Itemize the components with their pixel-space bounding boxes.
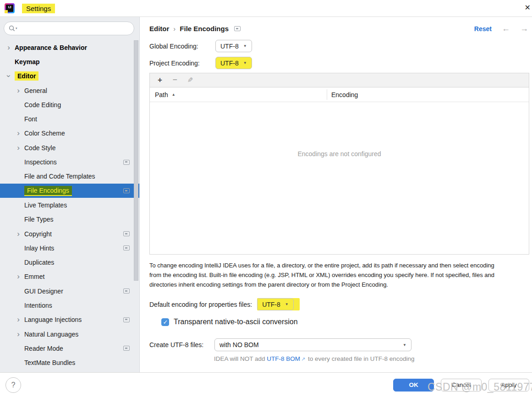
sidebar-item-label: Code Style: [24, 144, 55, 152]
title-bar: Settings ✕: [0, 0, 532, 17]
empty-table-message: Encodings are not configured: [150, 150, 529, 158]
default-properties-encoding-value: UTF-8: [262, 301, 280, 308]
sidebar-item-textmate-bundles[interactable]: TextMate Bundles: [0, 356, 139, 370]
sidebar-item-inlay-hints[interactable]: Inlay Hints: [0, 241, 139, 255]
sidebar-item-label: TextMate Bundles: [24, 359, 75, 366]
sidebar-item-code-editing[interactable]: Code Editing: [0, 98, 139, 112]
sidebar-item-editor[interactable]: ›Editor: [0, 69, 139, 83]
back-arrow-icon[interactable]: ←: [502, 24, 510, 33]
search-icon: ▾: [9, 25, 17, 32]
cancel-button[interactable]: Cancel: [441, 379, 482, 392]
sidebar-item-live-templates[interactable]: Live Templates: [0, 198, 139, 212]
search-box[interactable]: ▾: [4, 22, 134, 35]
project-encoding-dropdown[interactable]: UTF-8 ▼: [215, 57, 252, 69]
column-header-encoding[interactable]: Encoding: [331, 91, 358, 98]
file-encodings-panel: Editor › File Encodings Reset ← → Global…: [140, 17, 532, 372]
chevron-right-icon[interactable]: ›: [5, 44, 12, 51]
sidebar-item-label: GUI Designer: [24, 288, 63, 295]
chevron-down-icon: ▼: [243, 61, 247, 65]
settings-sidebar: ▾ ›Appearance & BehaviorKeymap›Editor›Ge…: [0, 17, 140, 372]
chevron-down-icon: ▼: [403, 343, 406, 347]
sidebar-item-color-scheme[interactable]: ›Color Scheme: [0, 126, 139, 141]
chevron-right-icon[interactable]: ›: [15, 331, 22, 337]
sidebar-item-natural-languages[interactable]: ›Natural Languages: [0, 327, 139, 341]
sidebar-item-emmet[interactable]: ›Emmet: [0, 270, 139, 284]
sidebar-item-intentions[interactable]: Intentions: [0, 298, 139, 312]
table-header: Path ▲ Encoding: [150, 87, 529, 102]
sidebar-item-label: File Types: [24, 216, 54, 223]
chevron-right-icon[interactable]: ›: [15, 273, 22, 280]
utf8-bom-link[interactable]: UTF-8 BOM: [267, 355, 300, 362]
create-utf8-files-label: Create UTF-8 files:: [149, 341, 214, 348]
modified-settings-icon: [234, 26, 241, 31]
window-title: Settings: [22, 4, 55, 13]
search-input[interactable]: [17, 23, 134, 34]
sidebar-item-label: Live Templates: [24, 201, 67, 209]
sidebar-item-general[interactable]: ›General: [0, 83, 139, 98]
global-encoding-label: Global Encoding:: [149, 43, 215, 50]
chevron-right-icon[interactable]: ›: [15, 87, 22, 94]
sidebar-item-keymap[interactable]: Keymap: [0, 54, 139, 69]
column-header-path[interactable]: Path ▲: [150, 91, 176, 98]
sidebar-item-label: Copyright: [24, 230, 52, 238]
sidebar-item-language-injections[interactable]: ›Language Injections: [0, 313, 139, 327]
transparent-conversion-label: Transparent native-to-ascii conversion: [174, 318, 298, 326]
sidebar-item-label: Duplicates: [24, 259, 54, 266]
sidebar-item-label: File Encodings: [24, 186, 72, 196]
sidebar-item-label: Natural Languages: [24, 331, 78, 338]
sidebar-item-label: Intentions: [24, 302, 52, 309]
sidebar-item-label: Font: [24, 115, 37, 123]
breadcrumb-editor[interactable]: Editor: [149, 25, 169, 33]
sidebar-scrollbar[interactable]: [134, 40, 138, 281]
chevron-right-icon[interactable]: ›: [15, 130, 22, 136]
global-encoding-dropdown[interactable]: UTF-8 ▼: [215, 40, 252, 52]
chevron-right-icon[interactable]: ›: [15, 231, 22, 237]
sidebar-item-file-and-code-templates[interactable]: File and Code Templates: [0, 169, 139, 184]
forward-arrow-icon[interactable]: →: [520, 24, 528, 33]
sidebar-item-file-types[interactable]: File Types: [0, 212, 139, 227]
sidebar-item-inspections[interactable]: Inspections: [0, 155, 139, 169]
remove-icon[interactable]: −: [170, 76, 180, 85]
sidebar-item-label: General: [24, 87, 47, 94]
default-properties-encoding-dropdown[interactable]: UTF-8 ▼: [257, 298, 294, 310]
sidebar-item-label: Language Injections: [24, 316, 82, 323]
project-encoding-value: UTF-8: [220, 60, 239, 67]
sidebar-item-label: Editor: [15, 71, 38, 81]
chevron-right-icon[interactable]: ›: [15, 316, 22, 323]
sort-ascending-icon: ▲: [172, 92, 176, 97]
ok-button[interactable]: OK: [393, 379, 434, 392]
sidebar-item-duplicates[interactable]: Duplicates: [0, 255, 139, 269]
settings-tree: ›Appearance & BehaviorKeymap›Editor›Gene…: [0, 40, 139, 370]
sidebar-item-gui-designer[interactable]: GUI Designer: [0, 284, 139, 298]
modified-settings-icon: [123, 231, 130, 236]
help-button[interactable]: ?: [5, 377, 21, 393]
sidebar-item-code-style[interactable]: ›Code Style: [0, 141, 139, 155]
chevron-down-icon[interactable]: ›: [5, 73, 12, 79]
apply-button[interactable]: Apply: [488, 379, 529, 392]
default-properties-encoding-label: Default encoding for properties files:: [149, 301, 252, 308]
chevron-right-icon[interactable]: ›: [15, 145, 22, 151]
add-icon[interactable]: +: [155, 76, 165, 85]
edit-pencil-icon[interactable]: ✎: [187, 76, 193, 84]
column-divider[interactable]: [327, 89, 327, 100]
chevron-down-icon: ▼: [285, 302, 289, 306]
sidebar-item-copyright[interactable]: ›Copyright: [0, 227, 139, 241]
transparent-conversion-checkbox[interactable]: [161, 318, 169, 326]
sidebar-item-appearance-behavior[interactable]: ›Appearance & Behavior: [0, 40, 139, 54]
note-prefix: IDEA will NOT add: [214, 355, 267, 362]
sidebar-item-label: Code Editing: [24, 101, 61, 109]
sidebar-item-label: Emmet: [24, 273, 44, 280]
help-text: To change encoding IntelliJ IDEA uses fo…: [149, 261, 507, 289]
external-link-icon: ↗: [301, 356, 305, 362]
close-icon[interactable]: ✕: [525, 3, 531, 12]
breadcrumb-file-encodings: File Encodings: [180, 25, 229, 33]
sidebar-item-file-encodings[interactable]: File Encodings: [0, 184, 139, 198]
sidebar-item-reader-mode[interactable]: Reader Mode: [0, 341, 139, 355]
sidebar-item-label: File and Code Templates: [24, 173, 95, 180]
sidebar-item-font[interactable]: Font: [0, 112, 139, 126]
reset-link[interactable]: Reset: [474, 25, 492, 33]
modified-settings-icon: [123, 288, 130, 294]
sidebar-item-label: Inspections: [24, 158, 57, 166]
create-utf8-files-dropdown[interactable]: with NO BOM ▼: [214, 338, 411, 351]
dialog-footer: ? OK Cancel Apply: [0, 372, 532, 397]
